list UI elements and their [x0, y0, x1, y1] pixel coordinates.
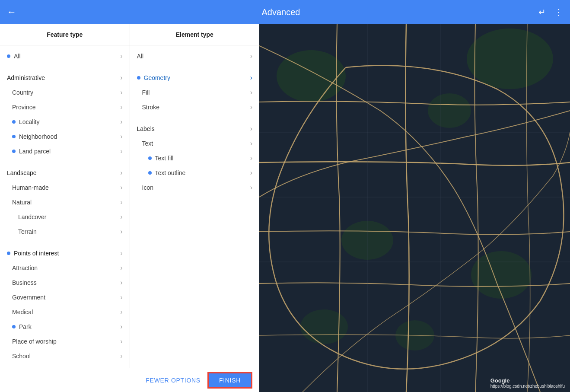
chevron-icon: ›: [120, 213, 122, 221]
back-button[interactable]: ←: [7, 6, 16, 18]
chevron-icon: ›: [120, 228, 122, 236]
chevron-icon: ›: [120, 52, 122, 60]
feature-item-land-parcel[interactable]: Land parcel ›: [0, 144, 130, 159]
feature-item-province[interactable]: Province ›: [0, 100, 130, 115]
chevron-icon: ›: [120, 293, 122, 301]
chevron-icon: ›: [250, 169, 252, 177]
left-panel: Feature type Element type All › Administ…: [0, 24, 259, 392]
feature-type-header: Feature type: [0, 24, 130, 45]
feature-item-terrain[interactable]: Terrain ›: [0, 224, 130, 239]
chevron-icon: ›: [120, 323, 122, 331]
feature-item-natural[interactable]: Natural ›: [0, 195, 130, 210]
element-item-icon[interactable]: Icon ›: [130, 180, 260, 195]
chevron-icon: ›: [250, 140, 252, 147]
more-options-icon[interactable]: ⋮: [554, 7, 563, 17]
google-watermark: Google https://blog.csdn.net/zhebushibia…: [490, 377, 565, 389]
chevron-icon: ›: [120, 352, 122, 360]
feature-item-all[interactable]: All ›: [0, 49, 130, 64]
feature-item-neighborhood[interactable]: Neighborhood ›: [0, 129, 130, 144]
chevron-icon: ›: [120, 308, 122, 316]
feature-item-locality[interactable]: Locality ›: [0, 115, 130, 129]
chevron-icon: ›: [120, 118, 122, 126]
element-item-text-fill[interactable]: Text fill ›: [130, 151, 260, 166]
chevron-icon: ›: [120, 264, 122, 272]
feature-type-column[interactable]: All › Administrative › Country › Provinc…: [0, 45, 130, 368]
chevron-icon: ›: [120, 147, 122, 155]
feature-item-attraction[interactable]: Attraction ›: [0, 261, 130, 275]
feature-item-poi[interactable]: Points of interest ›: [0, 242, 130, 261]
chevron-icon: ›: [120, 249, 122, 257]
column-headers: Feature type Element type: [0, 24, 259, 45]
feature-item-government[interactable]: Government ›: [0, 290, 130, 305]
map-area: Google https://blog.csdn.net/zhebushibia…: [259, 24, 570, 392]
chevron-icon: ›: [250, 154, 252, 162]
chevron-icon: ›: [120, 133, 122, 140]
svg-point-5: [471, 251, 532, 299]
element-item-geometry[interactable]: Geometry ›: [130, 67, 260, 85]
element-item-fill[interactable]: Fill ›: [130, 85, 260, 100]
app-header: ← Advanced ↵ ⋮: [0, 0, 570, 24]
element-item-all[interactable]: All ›: [130, 49, 260, 64]
chevron-icon: ›: [120, 184, 122, 191]
svg-point-2: [467, 29, 553, 89]
chevron-icon: ›: [120, 74, 122, 82]
chevron-icon: ›: [120, 279, 122, 287]
element-item-text[interactable]: Text ›: [130, 136, 260, 151]
feature-item-medical[interactable]: Medical ›: [0, 305, 130, 319]
main-content: Feature type Element type All › Administ…: [0, 24, 570, 392]
lists-area: All › Administrative › Country › Provinc…: [0, 45, 259, 368]
feature-item-park[interactable]: Park ›: [0, 319, 130, 334]
element-item-text-outline[interactable]: Text outline ›: [130, 166, 260, 180]
chevron-icon: ›: [250, 89, 252, 96]
element-item-stroke[interactable]: Stroke ›: [130, 100, 260, 115]
header-title: Advanced: [23, 7, 538, 17]
chevron-icon: ›: [120, 89, 122, 96]
feature-item-human-made[interactable]: Human-made ›: [0, 180, 130, 195]
feature-item-place-of-worship[interactable]: Place of worship ›: [0, 334, 130, 349]
svg-point-6: [300, 309, 348, 344]
chevron-icon: ›: [250, 74, 252, 82]
feature-item-administrative[interactable]: Administrative ›: [0, 67, 130, 85]
element-item-labels[interactable]: Labels ›: [130, 118, 260, 136]
fewer-options-button[interactable]: FEWER OPTIONS: [146, 377, 201, 384]
chevron-icon: ›: [120, 103, 122, 111]
chevron-icon: ›: [120, 198, 122, 206]
element-type-column[interactable]: All › Geometry › Fill › Stroke ›: [130, 45, 260, 368]
chevron-icon: ›: [250, 103, 252, 111]
feature-item-landcover[interactable]: Landcover ›: [0, 210, 130, 224]
finish-button[interactable]: FINISH: [207, 372, 252, 389]
map-visualization: [259, 24, 570, 392]
header-icons: ↵ ⋮: [538, 7, 563, 17]
svg-point-3: [428, 93, 471, 128]
chevron-icon: ›: [120, 338, 122, 345]
feature-item-school[interactable]: School ›: [0, 349, 130, 363]
chevron-icon: ›: [250, 184, 252, 191]
feature-item-country[interactable]: Country ›: [0, 85, 130, 100]
chevron-icon: ›: [250, 52, 252, 60]
feature-item-business[interactable]: Business ›: [0, 275, 130, 290]
chevron-icon: ›: [120, 169, 122, 177]
footer: FEWER OPTIONS FINISH: [0, 368, 259, 392]
chevron-icon: ›: [250, 125, 252, 133]
feature-item-landscape[interactable]: Landscape ›: [0, 162, 130, 180]
undo-icon[interactable]: ↵: [538, 7, 546, 17]
element-type-header: Element type: [130, 24, 260, 45]
svg-point-1: [277, 50, 346, 102]
